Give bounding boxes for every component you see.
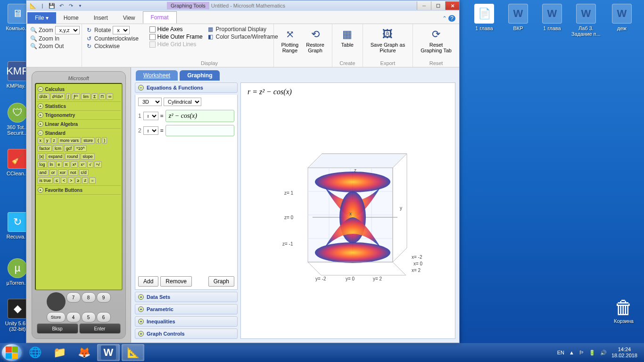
worksheet-tab[interactable]: Worksheet: [136, 70, 178, 81]
ccw-button[interactable]: Counterclockwise: [94, 35, 139, 42]
plotting-range-button[interactable]: ⤧Plotting Range: [278, 26, 303, 55]
dpad[interactable]: [47, 292, 66, 311]
calc-btn[interactable]: π: [63, 161, 70, 168]
tray-flag-icon[interactable]: 🏳: [579, 350, 584, 355]
key-bksp[interactable]: Bksp: [37, 323, 78, 334]
file-tab[interactable]: File ▾: [27, 12, 56, 24]
qat-undo-icon[interactable]: ↶: [58, 2, 65, 9]
cw-button[interactable]: Clockwise: [94, 43, 120, 49]
calc-btn[interactable]: ∫: [66, 93, 71, 100]
close-button[interactable]: ✕: [445, 1, 459, 10]
desktop-icon-doc-vkr[interactable]: WВКР: [502, 4, 535, 31]
calc-btn[interactable]: ≤: [54, 177, 60, 184]
key-enter[interactable]: Enter: [79, 323, 121, 334]
ribbon-minimize-icon[interactable]: ⌃: [442, 15, 447, 22]
calc-btn[interactable]: ≥: [75, 177, 82, 184]
rotate-axis-select[interactable]: x: [113, 26, 130, 34]
calc-btn[interactable]: more vars: [58, 137, 81, 144]
calc-btn[interactable]: *10^: [74, 145, 87, 152]
calc-btn[interactable]: e: [56, 161, 62, 168]
taskbar-chrome[interactable]: 🌐: [24, 344, 46, 361]
calc-btn[interactable]: lim: [81, 93, 91, 100]
taskbar-explorer[interactable]: 📁: [48, 344, 71, 361]
expand-icon[interactable]: +: [38, 112, 43, 118]
calc-btn[interactable]: lcm: [53, 145, 63, 152]
key-4[interactable]: 4: [66, 312, 81, 322]
calc-btn[interactable]: c/d: [79, 169, 89, 176]
remove-button[interactable]: Remove: [160, 276, 192, 287]
calc-btn[interactable]: (: [96, 137, 101, 144]
color-surface-button[interactable]: Color Surface/Wireframe: [216, 33, 278, 40]
calc-btn[interactable]: >: [68, 177, 74, 184]
start-button[interactable]: [2, 344, 22, 361]
tray-arrow-icon[interactable]: ▲: [569, 350, 574, 355]
titlebar[interactable]: 📐 | 💾 ↶ ↷ ▼ Graphing Tools Untitled - Mi…: [26, 0, 459, 11]
calc-btn[interactable]: log: [38, 161, 47, 168]
add-button[interactable]: Add: [138, 276, 158, 287]
calc-btn[interactable]: ln: [48, 161, 55, 168]
calc-btn[interactable]: =: [89, 177, 95, 184]
expand-icon[interactable]: +: [38, 187, 43, 193]
zoom-out-button[interactable]: Zoom Out: [39, 43, 64, 49]
insert-tab[interactable]: Insert: [86, 12, 116, 24]
hide-outer-checkbox[interactable]: [149, 34, 156, 40]
collapse-icon[interactable]: −: [38, 130, 43, 136]
key-8[interactable]: 8: [82, 292, 96, 303]
datasets-accordion[interactable]: +Data Sets: [135, 292, 238, 302]
key-9[interactable]: 9: [97, 292, 111, 303]
desktop-icon-doc-lab3[interactable]: WЛаб 3. Задание п...: [570, 4, 603, 37]
key-store[interactable]: Store: [47, 312, 66, 322]
calc-btn[interactable]: <: [61, 177, 67, 184]
taskbar-firefox[interactable]: 🦊: [73, 344, 95, 361]
calc-btn[interactable]: round: [65, 153, 80, 160]
calc-btn[interactable]: √: [87, 161, 93, 168]
calc-btn[interactable]: store: [82, 137, 95, 144]
calc-btn[interactable]: slope: [81, 153, 95, 160]
calc-btn[interactable]: d²/dx²: [50, 93, 65, 100]
calc-btn[interactable]: |x|: [38, 153, 46, 160]
desktop-icon-doc-1glava[interactable]: 📄1 глава: [468, 4, 501, 31]
home-tab[interactable]: Home: [56, 12, 86, 24]
graph-button[interactable]: Graph: [208, 276, 234, 287]
parametric-accordion[interactable]: +Parametric: [135, 304, 238, 314]
eq1-var-select[interactable]: r: [143, 112, 158, 120]
view-tab[interactable]: View: [116, 12, 143, 24]
zoom-button[interactable]: Zoom: [39, 27, 53, 33]
format-tab[interactable]: Format: [143, 11, 177, 24]
collapse-icon[interactable]: −: [38, 86, 43, 92]
maximize-button[interactable]: ☐: [431, 1, 445, 10]
calc-btn[interactable]: z: [51, 137, 58, 144]
hide-axes-checkbox[interactable]: [149, 26, 156, 33]
calc-btn[interactable]: or: [50, 169, 57, 176]
calc-btn[interactable]: Σ: [91, 93, 98, 100]
eq2-var-select[interactable]: r: [143, 126, 158, 135]
qat-save-icon[interactable]: 💾: [48, 2, 56, 9]
equations-accordion[interactable]: −Equations & Functions: [135, 82, 238, 93]
desktop-icon-trash[interactable]: 🗑Корзина: [607, 297, 640, 324]
calc-btn[interactable]: expand: [47, 153, 65, 160]
table-button[interactable]: ▦Table: [336, 26, 359, 49]
calc-btn[interactable]: Π: [99, 93, 106, 100]
taskbar-word[interactable]: W: [97, 344, 120, 361]
desktop-icon-doc-dej[interactable]: Wдеж: [605, 4, 638, 31]
dimension-select[interactable]: 3D: [138, 98, 162, 106]
restore-graph-button[interactable]: ⟲Restore Graph: [302, 26, 328, 55]
calc-btn[interactable]: ∫ᵃᵇ: [72, 93, 80, 100]
qat-redo-icon[interactable]: ↷: [67, 2, 74, 9]
qat-dropdown-icon[interactable]: ▼: [76, 2, 84, 9]
calc-btn[interactable]: xor: [58, 169, 68, 176]
key-7[interactable]: 7: [66, 292, 81, 303]
calc-btn[interactable]: ⁿ√: [94, 161, 102, 168]
zoom-axis-select[interactable]: x,y,z: [55, 26, 80, 34]
reset-tab-button[interactable]: ⟳Reset Graphing Tab: [417, 26, 455, 55]
rotate-button[interactable]: Rotate: [94, 27, 111, 33]
help-icon[interactable]: ?: [448, 15, 455, 22]
calc-btn[interactable]: ∞: [107, 93, 113, 100]
graphcontrols-accordion[interactable]: +Graph Controls: [135, 329, 238, 339]
calc-btn[interactable]: xʸ: [79, 161, 86, 168]
calc-btn[interactable]: d/dx: [38, 93, 50, 100]
coordinate-select[interactable]: Cylindrical: [164, 98, 201, 106]
proportional-button[interactable]: Proportional Display: [216, 26, 266, 33]
lang-indicator[interactable]: EN: [557, 350, 564, 355]
eq1-input[interactable]: z² − cos(x): [165, 110, 234, 122]
